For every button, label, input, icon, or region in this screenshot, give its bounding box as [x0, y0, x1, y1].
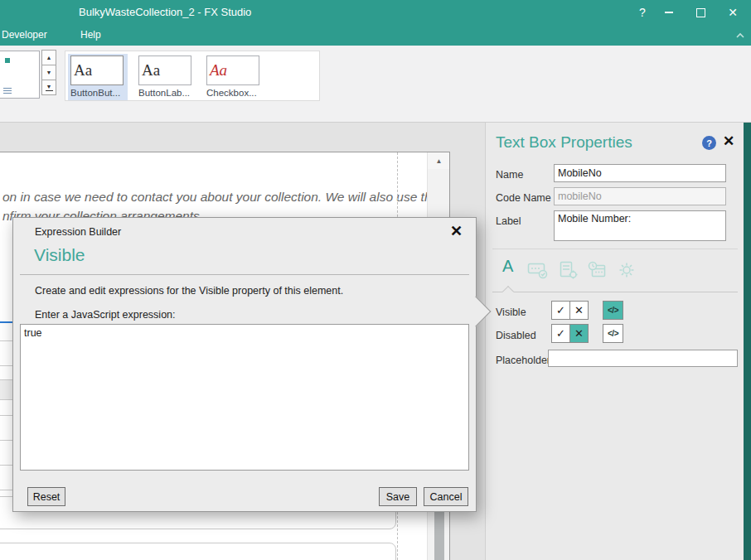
tab-settings[interactable]	[617, 260, 637, 283]
tab-validation[interactable]	[527, 260, 549, 283]
title-bar: BulkyWasteCollection_2 - FX Studio ? ✕	[0, 0, 751, 25]
code-name-field-label: Code Name	[496, 192, 551, 204]
close-icon: ✕	[728, 6, 738, 19]
expression-builder-dialog: Expression Builder ✕ Visible Create and …	[12, 217, 477, 512]
disabled-property-label: Disabled	[496, 330, 536, 341]
window-minimize-button[interactable]	[654, 0, 684, 25]
style-preview: Aa	[70, 56, 124, 85]
help-icon: ?	[639, 6, 646, 19]
ribbon: ▲ ▼ ▼ Aa ButtonBut... Aa ButtonLab... Aa…	[0, 46, 751, 123]
reset-button[interactable]: Reset	[27, 487, 65, 506]
gallery-partial-item[interactable]	[0, 51, 40, 99]
selected-tab-notch	[502, 286, 514, 297]
cross-icon: ✕	[574, 327, 584, 340]
cancel-button[interactable]: Cancel	[424, 487, 468, 506]
disabled-true-button[interactable]: ✓	[551, 324, 570, 343]
dialog-close-button[interactable]: ✕	[450, 222, 463, 240]
visible-property-label: Visible	[496, 307, 526, 318]
gallery-more-button[interactable]: ▼	[41, 80, 56, 95]
save-button[interactable]: Save	[379, 487, 417, 506]
disabled-toggle-group: ✓ ✕	[552, 324, 589, 343]
gallery-scroll-down-button[interactable]: ▼	[41, 65, 56, 80]
visible-false-button[interactable]: ✕	[569, 301, 589, 320]
cross-icon: ✕	[574, 304, 584, 316]
code-icon: </>	[608, 306, 618, 315]
style-preview: Aa	[206, 56, 259, 85]
panel-title: Text Box Properties	[496, 133, 632, 152]
name-input[interactable]	[554, 164, 726, 182]
expression-textarea[interactable]: true	[20, 324, 469, 471]
scrollbar-up-button[interactable]: ▲	[428, 152, 450, 169]
gear-icon	[617, 260, 637, 280]
disabled-false-button[interactable]: ✕	[569, 324, 589, 343]
window-help-button[interactable]: ?	[627, 0, 657, 25]
menu-bar: Developer Help	[0, 25, 751, 46]
form-paragraph-line1: on in case we need to contact you about …	[2, 190, 438, 205]
tab-underline	[492, 292, 738, 292]
text-lines-icon	[3, 88, 12, 94]
up-arrow-icon: ▲	[436, 157, 443, 165]
label-field-label: Label	[496, 215, 521, 227]
maximize-icon	[696, 8, 705, 17]
visible-toggle-group: ✓ ✕	[552, 301, 589, 320]
style-label: ButtonLab...	[138, 88, 193, 98]
teal-chip-icon	[5, 58, 10, 63]
visible-expression-button[interactable]: </>	[603, 301, 623, 320]
window-title: BulkyWasteCollection_2 - FX Studio	[79, 6, 251, 18]
up-arrow-icon: ▲	[46, 55, 52, 60]
menu-item-developer[interactable]: Developer	[2, 29, 47, 41]
code-icon: </>	[608, 329, 618, 338]
dialog-title: Expression Builder	[35, 226, 121, 238]
panel-divider	[492, 249, 738, 249]
dialog-property-heading: Visible	[34, 245, 85, 265]
form-field-box[interactable]	[0, 543, 396, 560]
window-close-button[interactable]: ✕	[718, 0, 748, 25]
gallery-item-buttonlab[interactable]: Aa ButtonLab...	[136, 54, 196, 100]
chevron-up-icon	[734, 30, 746, 41]
down-arrow-icon: ▼	[46, 70, 52, 75]
visible-true-button[interactable]: ✓	[551, 301, 570, 320]
calendar-clock-icon	[587, 260, 608, 280]
validation-bubble-check-icon	[527, 260, 549, 280]
code-name-input	[554, 187, 726, 205]
style-preview: Aa	[138, 56, 191, 85]
menu-item-help[interactable]: Help	[80, 29, 101, 41]
panel-help-button[interactable]: ?	[702, 136, 716, 150]
gallery-item-checkbox[interactable]: Aa Checkbox...	[204, 54, 264, 100]
name-field-label: Name	[496, 169, 523, 181]
panel-close-button[interactable]: ✕	[723, 133, 734, 150]
check-icon: ✓	[556, 304, 565, 316]
close-icon: ✕	[450, 223, 463, 239]
window-maximize-button[interactable]	[686, 0, 715, 25]
style-label: Checkbox...	[206, 88, 261, 98]
disabled-expression-button[interactable]: </>	[603, 324, 623, 343]
style-label: ButtonBut...	[70, 88, 125, 98]
gallery-item-buttonbut[interactable]: Aa ButtonBut...	[68, 54, 128, 100]
gallery-scroll-up-button[interactable]: ▲	[41, 50, 56, 65]
style-gallery: Aa ButtonBut... Aa ButtonLab... Aa Check…	[65, 51, 320, 101]
tab-appearance[interactable]: A	[502, 257, 513, 276]
dialog-divider	[20, 274, 469, 275]
scrollbar-thumb[interactable]	[434, 509, 444, 560]
more-styles-icon: ▼	[46, 84, 52, 89]
close-icon: ✕	[723, 133, 734, 149]
tab-data[interactable]	[559, 260, 579, 283]
tab-datetime[interactable]	[587, 260, 608, 283]
placeholder-field-label: Placeholder	[496, 355, 550, 366]
gallery-scroll-controls: ▲ ▼ ▼	[41, 51, 56, 95]
help-icon: ?	[706, 138, 712, 148]
check-icon: ✓	[556, 327, 565, 340]
dialog-description: Create and edit expressions for the Visi…	[35, 285, 343, 297]
placeholder-input[interactable]	[548, 350, 738, 367]
fx-studio-window: BulkyWasteCollection_2 - FX Studio ? ✕ D…	[0, 0, 751, 560]
collapse-ribbon-button[interactable]	[734, 30, 746, 41]
label-input[interactable]: Mobile Number:	[554, 210, 726, 241]
text-box-properties-panel: Text Box Properties ? ✕ Name Code Name L…	[485, 123, 744, 560]
side-panel-edge-strip	[744, 123, 751, 560]
list-gear-icon	[559, 260, 579, 280]
expression-input-label: Enter a JavaScript expression:	[35, 309, 176, 321]
minimize-icon	[665, 12, 673, 13]
